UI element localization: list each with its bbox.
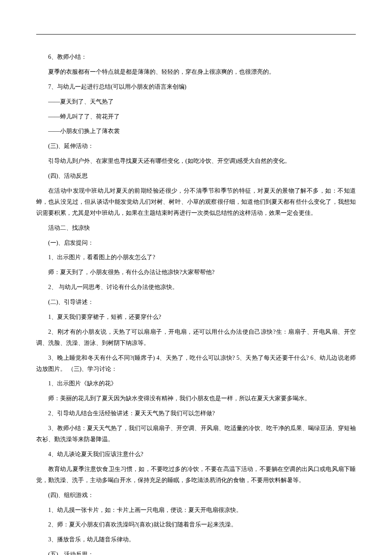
body-line: 2、 与幼儿一同思考、讨论有什么办法使他凉快。	[36, 282, 356, 293]
body-line: 2、刚才有的小朋友说，天热了可以扇扇子，开电扇，还可以用什么办法使自己凉快?生：…	[36, 327, 356, 349]
body-line: ——小朋友们换上了薄衣裳	[36, 126, 356, 137]
body-line: 1、出示图片《缺水的花》	[36, 378, 356, 389]
body-line: 活动二、找凉快	[36, 223, 356, 234]
horizontal-rule	[36, 34, 356, 35]
body-line: (四)、组织游戏：	[36, 490, 356, 501]
body-line: 教育幼儿夏季注意饮食卫生习惯，如，不要吃过多的冷饮，不要在高温下活动，不要躺在空…	[36, 464, 356, 486]
body-line: (一)、启发提问：	[36, 237, 356, 249]
body-line: (二)、引导讲述：	[36, 297, 356, 308]
body-line: 7、与幼儿一起进行总结(可以用小朋友的语言来创编)	[36, 81, 356, 92]
body-line: (五)、活动反思：	[36, 549, 356, 555]
body-line: (三)、延伸活动：	[36, 141, 356, 152]
body-line: 2、师：夏天小朋友们喜欢洗澡吗?(喜欢)就让我们随着音乐一起来洗澡。	[36, 519, 356, 530]
body-line: 1、幼儿摸一张卡片，如：卡片上画一只电扇，便说：夏天开电扇很凉快。	[36, 505, 356, 516]
body-line: 6、教师小结：	[36, 52, 356, 63]
body-line: 1、夏天我们要穿裙子，短裤，还要穿什么?	[36, 312, 356, 323]
body-line: 3、晚上睡觉和冬天有什么不同?(睡席子) 4、天热了，吃什么可以凉快? 5、天热…	[36, 353, 356, 375]
body-line: 3、教师小结：夏天天气热了，我们可以扇扇子、开空调、开风扇、吃适量的冷饮、吃干净…	[36, 423, 356, 445]
body-line: 1、出示图片，看看图上的小朋友怎么了?	[36, 252, 356, 263]
body-line: 3、播放音乐，幼儿随音乐律动。	[36, 534, 356, 545]
body-line: 夏季的衣服都有一个特点就是都是薄薄的、轻轻的，穿在身上很凉爽的，也很漂亮的。	[36, 66, 356, 78]
body-line: ——蝉儿叫了了、荷花开了	[36, 111, 356, 122]
body-line: 师：夏天到了，小朋友很热，有什么办法让他凉快?大家帮帮他?	[36, 267, 356, 278]
body-line: 在活动中发现中班幼儿对夏天的前期经验还很少，分不清季节和季节的特征，对夏天的景物…	[36, 185, 356, 219]
body-line: ——夏天到了、天气热了	[36, 96, 356, 107]
body-line: 4、幼儿谈论夏天我们应该注意什么?	[36, 449, 356, 460]
body-line: 引导幼儿到户外、在家里也寻找夏天还有哪些变化，(如吃冷饮、开空调)感受大自然的变…	[36, 156, 356, 167]
body-line: (四)、活动反思	[36, 171, 356, 182]
body-line: 师：美丽的花儿到了夏天因为缺水变得没有精神，我们小朋友也是一样，所以在夏天大家要…	[36, 393, 356, 404]
body-line: 2、引导幼儿结合生活经验讲述：夏天天气热了我们可以怎样做?	[36, 408, 356, 419]
